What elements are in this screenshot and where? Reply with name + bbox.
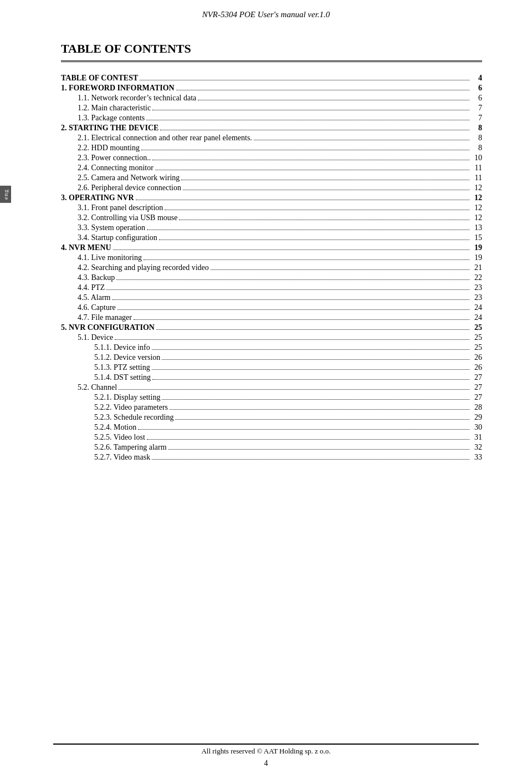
toc-page: 12 bbox=[471, 204, 482, 212]
top-divider bbox=[61, 60, 482, 62]
toc-item: 4. NVR MENU19 bbox=[61, 244, 482, 252]
page-header: NVR-5304 POE User's manual ver.1.0 bbox=[0, 0, 532, 25]
toc-dots bbox=[147, 439, 469, 440]
toc-dots bbox=[165, 210, 469, 210]
toc-page: 29 bbox=[471, 414, 482, 421]
toc-label: 2.4. Connecting monitor bbox=[78, 164, 154, 172]
toc-page: 7 bbox=[471, 104, 482, 112]
toc-page: 13 bbox=[471, 224, 482, 232]
toc-dots bbox=[152, 459, 469, 460]
toc-item: 2.5. Camera and Network wiring11 bbox=[61, 174, 482, 182]
toc-item: 3.3. System operation13 bbox=[61, 224, 482, 232]
toc-item: 5.2. Channel27 bbox=[61, 384, 482, 391]
toc-label: TABLE OF CONTEST bbox=[61, 74, 138, 82]
toc-page: 19 bbox=[471, 254, 482, 262]
toc-dots bbox=[119, 389, 469, 390]
toc-dots bbox=[162, 399, 469, 400]
toc-page: 28 bbox=[471, 404, 482, 411]
toc-label: 2.2. HDD mounting bbox=[78, 144, 140, 152]
toc-dots bbox=[152, 349, 469, 350]
toc-dots bbox=[136, 200, 469, 200]
toc-page: 6 bbox=[471, 94, 482, 102]
toc-item: 5.1.2. Device version26 bbox=[61, 354, 482, 362]
toc-dots bbox=[152, 369, 469, 370]
toc-page: 8 bbox=[471, 124, 482, 132]
toc-label: 3. OPERATING NVR bbox=[61, 194, 134, 202]
toc-dots bbox=[134, 319, 469, 320]
page-footer: All rights reserved © AAT Holding sp. z … bbox=[0, 744, 532, 768]
toc-page: 23 bbox=[471, 294, 482, 302]
toc-page: 15 bbox=[471, 234, 482, 242]
toc-item: 5.2.7. Video mask33 bbox=[61, 454, 482, 461]
toc-dots bbox=[140, 80, 469, 80]
toc-dots bbox=[115, 339, 469, 340]
toc-page: 22 bbox=[471, 274, 482, 282]
toc-item: 2.1. Electrical connection and other rea… bbox=[61, 134, 482, 142]
toc-dots bbox=[162, 359, 469, 360]
toc-dots bbox=[168, 449, 469, 450]
toc-page: 23 bbox=[471, 284, 482, 292]
toc-page: 7 bbox=[471, 114, 482, 122]
toc-label: 5.2.2. Video parameters bbox=[94, 404, 168, 411]
eng-tab: eng bbox=[0, 186, 11, 203]
toc-page: 11 bbox=[471, 174, 482, 182]
toc-item: 1.2. Main characteristic7 bbox=[61, 104, 482, 112]
toc-label: 3.3. System operation bbox=[78, 224, 145, 232]
toc-page: 8 bbox=[471, 134, 482, 142]
toc-item: 3.2. Controlling via USB mouse12 bbox=[61, 214, 482, 222]
toc-page: 25 bbox=[471, 344, 482, 352]
toc-dots bbox=[181, 180, 469, 180]
toc-dots bbox=[144, 259, 469, 260]
toc-dots bbox=[175, 419, 469, 420]
page-number: 4 bbox=[0, 759, 532, 768]
toc-dots bbox=[176, 90, 469, 90]
toc-dots bbox=[254, 140, 469, 140]
toc-dots bbox=[141, 150, 469, 150]
toc-dots bbox=[117, 309, 469, 310]
toc-page: 10 bbox=[471, 154, 482, 162]
toc-item: 5.2.4. Motion30 bbox=[61, 424, 482, 431]
toc-page: 26 bbox=[471, 354, 482, 362]
toc-page: 33 bbox=[471, 454, 482, 461]
toc-page: 25 bbox=[471, 324, 482, 332]
toc-item: 5. NVR CONFIGURATION25 bbox=[61, 324, 482, 332]
toc-dots bbox=[160, 130, 469, 130]
toc-dots bbox=[116, 279, 469, 280]
toc-label: 1.1. Network recorder’s technical data bbox=[78, 94, 196, 102]
toc-item: 1.1. Network recorder’s technical data6 bbox=[61, 94, 482, 102]
toc-item: 2. STARTING THE DEVICE8 bbox=[61, 124, 482, 132]
toc-item: 5.2.5. Video lost31 bbox=[61, 434, 482, 441]
toc-item: 5.1.3. PTZ setting26 bbox=[61, 364, 482, 371]
toc-label: 2.5. Camera and Network wiring bbox=[78, 174, 180, 182]
footer-text: All rights reserved © AAT Holding sp. z … bbox=[0, 747, 532, 756]
toc-page: 31 bbox=[471, 434, 482, 441]
toc-label: 5.2. Channel bbox=[78, 384, 117, 391]
toc-item: 2.3. Power connection..10 bbox=[61, 154, 482, 162]
toc-dots bbox=[159, 240, 469, 240]
toc-label: 5.1.3. PTZ setting bbox=[94, 364, 150, 371]
toc-dots bbox=[156, 329, 469, 330]
toc-label: 3.2. Controlling via USB mouse bbox=[78, 214, 177, 222]
toc-item: 4.7. File manager24 bbox=[61, 314, 482, 322]
toc-label: 1.2. Main characteristic bbox=[78, 104, 151, 112]
toc-label: 2.1. Electrical connection and other rea… bbox=[78, 134, 252, 142]
toc-page: 27 bbox=[471, 394, 482, 401]
toc-page: 25 bbox=[471, 334, 482, 342]
toc-dots bbox=[147, 230, 469, 230]
toc-label: 2. STARTING THE DEVICE bbox=[61, 124, 158, 132]
toc-label: 5.2.3. Schedule recording bbox=[94, 414, 173, 421]
toc-label: 5. NVR CONFIGURATION bbox=[61, 324, 155, 332]
toc-item: 5.2.6. Tampering alarm32 bbox=[61, 444, 482, 451]
toc-item: 5.2.1. Display setting27 bbox=[61, 394, 482, 401]
toc-label: 4. NVR MENU bbox=[61, 244, 111, 252]
toc-label: 3.4. Startup configuration bbox=[78, 234, 157, 242]
toc-page: 26 bbox=[471, 364, 482, 371]
toc-item: 3. OPERATING NVR12 bbox=[61, 194, 482, 202]
footer-divider bbox=[53, 744, 479, 745]
toc-page: 21 bbox=[471, 264, 482, 272]
toc-label: 1. FOREWORD INFORMATION bbox=[61, 84, 175, 92]
toc-page: 32 bbox=[471, 444, 482, 451]
toc-page: 24 bbox=[471, 314, 482, 322]
toc-item: 2.6. Peripheral device connection12 bbox=[61, 184, 482, 192]
toc-dots bbox=[112, 299, 470, 300]
